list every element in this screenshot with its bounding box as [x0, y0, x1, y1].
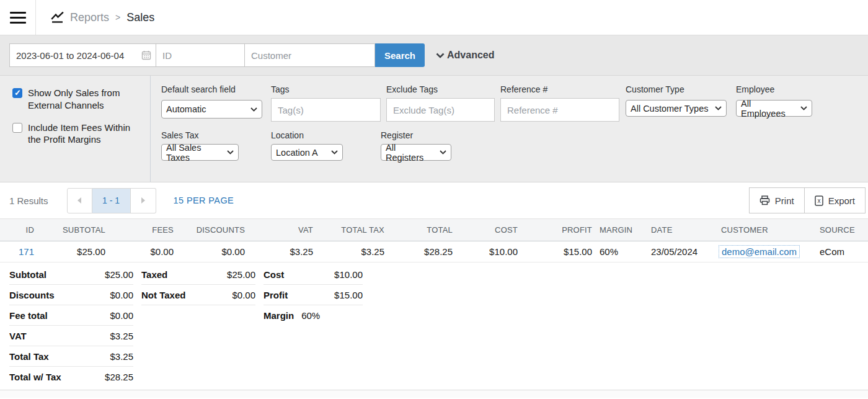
- reference-label: Reference #: [500, 84, 619, 94]
- sales-tax-select[interactable]: All Sales Taxes: [161, 144, 239, 161]
- table-header-row: ID SUBTOTAL FEES DISCOUNTS VAT TOTAL TAX…: [0, 219, 868, 241]
- detail-totals-group: Subtotal$25.00 Discounts$0.00 Fee total$…: [9, 264, 133, 387]
- detail-value: $0.00: [232, 290, 255, 300]
- detail-label: Discounts: [9, 290, 55, 300]
- select-value: All Registers: [386, 143, 435, 163]
- print-label: Print: [775, 195, 794, 206]
- tags-label: Tags: [271, 84, 381, 94]
- col-total-tax[interactable]: TOTAL TAX: [313, 219, 384, 241]
- detail-value: $15.00: [334, 290, 363, 300]
- chart-icon: [51, 11, 64, 24]
- svg-text:x: x: [817, 197, 820, 204]
- col-discounts[interactable]: DISCOUNTS: [174, 219, 245, 241]
- results-count: 1 Results: [9, 195, 48, 206]
- col-subtotal[interactable]: SUBTOTAL: [34, 219, 105, 241]
- tags-input[interactable]: [271, 98, 381, 122]
- customer-email-link[interactable]: demo@email.com: [719, 245, 800, 258]
- detail-label: Total w/ Tax: [9, 372, 61, 382]
- col-source[interactable]: SOURCE: [812, 219, 868, 241]
- exclude-tags-label: Exclude Tags: [386, 84, 495, 94]
- filter-checkbox-column: Show Only Sales from External Channels I…: [0, 76, 151, 182]
- next-page-button[interactable]: [131, 188, 156, 213]
- detail-value: $28.25: [105, 372, 133, 382]
- detail-label: Cost: [264, 269, 284, 280]
- prev-page-button[interactable]: [67, 188, 92, 213]
- cell-discounts: $0.00: [174, 241, 245, 262]
- advanced-filters-panel: Show Only Sales from External Channels I…: [0, 76, 868, 182]
- id-search-input[interactable]: [156, 43, 245, 67]
- search-button[interactable]: Search: [375, 43, 425, 67]
- col-total[interactable]: TOTAL: [384, 219, 453, 241]
- cell-cost: $10.00: [453, 241, 518, 262]
- detail-value: $3.25: [110, 351, 133, 362]
- per-page-link[interactable]: 15 PER PAGE: [174, 195, 234, 205]
- col-cost[interactable]: COST: [453, 219, 518, 241]
- customer-type-label: Customer Type: [626, 84, 727, 94]
- breadcrumb: Reports > Sales: [36, 0, 154, 35]
- printer-icon: [760, 195, 770, 205]
- col-margin[interactable]: MARGIN: [592, 219, 639, 241]
- select-value: Location A: [276, 148, 318, 158]
- register-select[interactable]: All Registers: [381, 144, 451, 161]
- location-select[interactable]: Location A: [271, 144, 343, 161]
- table-row[interactable]: 171 $25.00 $0.00 $0.00 $3.25 $3.25 $28.2…: [0, 241, 868, 262]
- cell-profit: $15.00: [518, 241, 592, 262]
- col-vat[interactable]: VAT: [245, 219, 313, 241]
- results-toolbar: 1 Results 1 - 1 15 PER PAGE Print: [0, 182, 868, 218]
- default-search-field-label: Default search field: [161, 84, 262, 94]
- page-range: 1 - 1: [92, 188, 131, 213]
- print-button[interactable]: Print: [749, 187, 805, 213]
- reference-input[interactable]: [500, 98, 619, 122]
- register-label: Register: [381, 130, 451, 140]
- hamburger-menu-button[interactable]: [0, 0, 36, 35]
- detail-label: VAT: [9, 331, 27, 341]
- cell-date: 23/05/2024: [639, 241, 713, 262]
- select-value: All Employees: [741, 99, 795, 119]
- col-date[interactable]: DATE: [639, 219, 713, 241]
- sale-id-link[interactable]: 171: [19, 246, 34, 257]
- sales-tax-label: Sales Tax: [161, 130, 239, 140]
- col-profit[interactable]: PROFIT: [518, 219, 592, 241]
- checkbox-item-fees[interactable]: Include Item Fees Within the Profit Marg…: [12, 122, 141, 146]
- detail-label: Fee total: [9, 310, 48, 321]
- toolbar-actions: Print x Export: [749, 187, 866, 213]
- employee-select[interactable]: All Employees: [736, 100, 812, 117]
- cell-subtotal: $25.00: [34, 241, 105, 262]
- select-value: All Customer Types: [631, 104, 708, 114]
- col-fees[interactable]: FEES: [105, 219, 174, 241]
- checkbox-label: Include Item Fees Within the Profit Marg…: [28, 122, 141, 146]
- cell-total-tax: $3.25: [313, 241, 384, 262]
- cell-fees: $0.00: [105, 241, 174, 262]
- detail-label: Taxed: [141, 269, 167, 280]
- detail-value: $3.25: [110, 331, 133, 341]
- export-button[interactable]: x Export: [804, 187, 866, 213]
- advanced-toggle[interactable]: Advanced: [436, 50, 494, 61]
- checkbox-icon[interactable]: [12, 123, 22, 133]
- detail-label: Not Taxed: [141, 290, 185, 300]
- detail-tax-group: Taxed$25.00 Not Taxed$0.00: [141, 264, 255, 305]
- cell-total: $28.25: [384, 241, 453, 262]
- export-spreadsheet-icon: x: [815, 195, 823, 206]
- select-value: All Sales Taxes: [166, 143, 222, 163]
- select-value: Automatic: [166, 104, 206, 114]
- col-id[interactable]: ID: [0, 219, 34, 241]
- default-search-field-select[interactable]: Automatic: [161, 100, 262, 119]
- date-range-input[interactable]: [9, 43, 156, 67]
- customer-type-select[interactable]: All Customer Types: [626, 100, 727, 117]
- date-range-wrap: [9, 43, 156, 67]
- col-customer[interactable]: CUSTOMER: [713, 219, 812, 241]
- page-title: Sales: [126, 11, 154, 24]
- detail-label: Total Tax: [9, 351, 49, 362]
- calendar-icon: [141, 50, 151, 63]
- cell-source: eCom: [812, 241, 868, 262]
- detail-value: $0.00: [110, 310, 133, 321]
- sale-detail-panel: Subtotal$25.00 Discounts$0.00 Fee total$…: [0, 262, 868, 390]
- detail-value: $10.00: [334, 269, 363, 280]
- export-label: Export: [828, 195, 855, 206]
- checkbox-icon[interactable]: [12, 88, 22, 98]
- detail-value: $25.00: [227, 269, 255, 280]
- customer-search-input[interactable]: [245, 43, 375, 67]
- breadcrumb-reports[interactable]: Reports: [70, 11, 109, 24]
- checkbox-external-channels[interactable]: Show Only Sales from External Channels: [12, 87, 141, 112]
- exclude-tags-input[interactable]: [386, 98, 495, 122]
